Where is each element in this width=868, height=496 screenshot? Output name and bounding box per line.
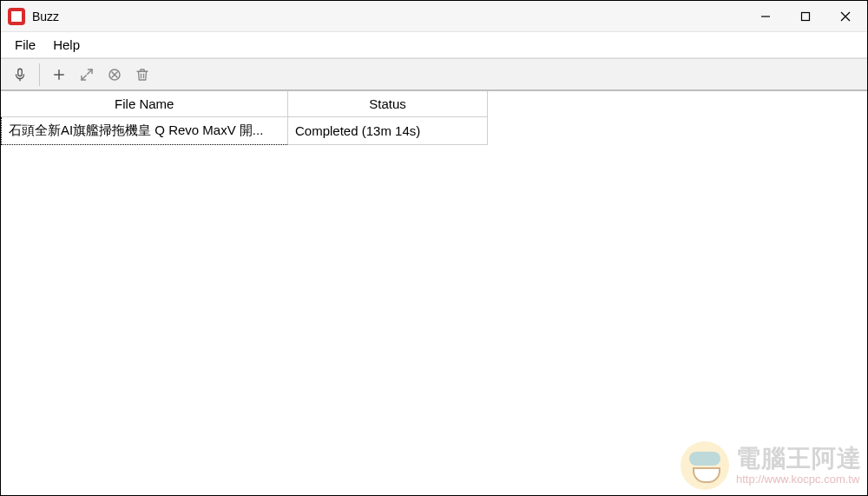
task-table: File Name Status 石頭全新AI旗艦掃拖機皇 Q Revo Max… — [1, 91, 488, 145]
record-button[interactable] — [6, 61, 34, 89]
minimize-icon — [760, 11, 771, 22]
trash-icon — [135, 67, 150, 83]
toolbar-separator — [39, 63, 40, 86]
watermark-avatar-icon — [681, 441, 729, 490]
cancel-icon — [107, 67, 122, 83]
cancel-button[interactable] — [101, 61, 128, 89]
minimize-button[interactable] — [746, 1, 786, 32]
header-status[interactable]: Status — [288, 91, 488, 117]
plus-icon — [51, 67, 67, 83]
expand-button[interactable] — [73, 61, 101, 89]
titlebar[interactable]: Buzz — [1, 1, 867, 32]
svg-rect-4 — [18, 69, 23, 76]
watermark-title: 電腦王阿達 — [736, 446, 862, 471]
microphone-icon — [12, 67, 28, 83]
add-button[interactable] — [45, 61, 73, 89]
cell-status: Completed (13m 14s) — [288, 117, 488, 145]
table-row[interactable]: 石頭全新AI旗艦掃拖機皇 Q Revo MaxV 開... Completed … — [2, 117, 488, 145]
svg-line-9 — [82, 75, 86, 79]
menubar: File Help — [1, 32, 867, 58]
close-button[interactable] — [825, 1, 865, 32]
content-area: File Name Status 石頭全新AI旗艦掃拖機皇 Q Revo Max… — [1, 91, 867, 495]
watermark: 電腦王阿達 http://www.kocpc.com.tw — [681, 441, 862, 490]
cell-file-name: 石頭全新AI旗艦掃拖機皇 Q Revo MaxV 開... — [2, 117, 288, 145]
delete-button[interactable] — [128, 61, 156, 89]
maximize-button[interactable] — [786, 1, 825, 32]
svg-rect-1 — [802, 12, 810, 20]
watermark-url: http://www.kocpc.com.tw — [736, 473, 859, 486]
maximize-icon — [800, 11, 811, 22]
window-title: Buzz — [32, 10, 59, 23]
app-window: Buzz File Help — [0, 0, 868, 496]
expand-icon — [79, 67, 95, 83]
menu-file[interactable]: File — [6, 34, 44, 56]
toolbar — [1, 58, 867, 91]
svg-line-8 — [88, 69, 92, 74]
menu-help[interactable]: Help — [44, 34, 89, 56]
close-icon — [840, 11, 851, 22]
app-icon — [8, 8, 25, 25]
header-file-name[interactable]: File Name — [2, 91, 288, 117]
